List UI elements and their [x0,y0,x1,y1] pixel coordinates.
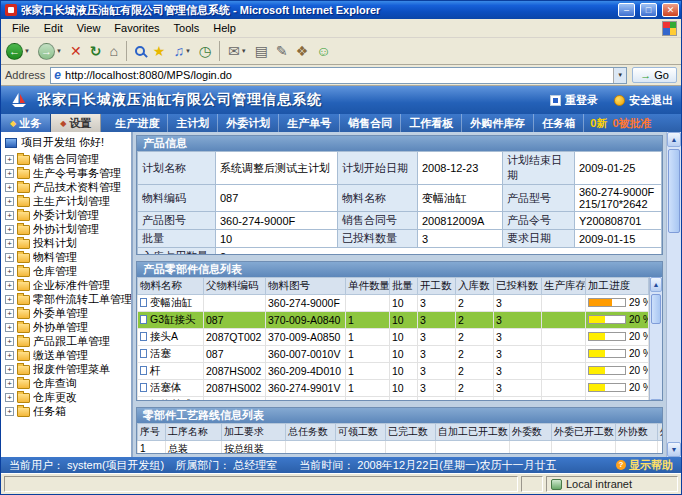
expand-icon[interactable]: + [5,281,14,290]
tree-item[interactable]: +主生产计划管理 [1,194,131,208]
tree-item[interactable]: +投料计划 [1,236,131,250]
tab-business[interactable]: ◆业务 [1,114,51,132]
show-help-link[interactable]: ? 显示帮助 [616,458,673,473]
expand-icon[interactable]: + [5,379,14,388]
parts-row[interactable]: 活塞087360-007-0010V11032320 % [138,345,649,362]
media-button[interactable]: ♫▼ [173,44,190,58]
route-column-header[interactable]: 工序名称 [166,423,222,440]
expand-icon[interactable]: + [5,365,14,374]
tree-item[interactable]: +仓库查询 [1,376,131,390]
nav-item-4[interactable]: 销售合同 [340,114,401,132]
nav-item-1[interactable]: 主计划 [168,114,218,132]
mail-button[interactable]: ✉▼ [228,44,247,58]
search-button[interactable] [135,46,145,56]
parts-row[interactable]: 接头A2087QT002370-009-A085011032320 % [138,328,649,345]
nav-item-0[interactable]: 生产进度 [107,114,168,132]
title-bar[interactable]: 张家口长城液压油缸有限公司管理信息系统 - Microsoft Internet… [1,1,681,19]
tree-item[interactable]: +外委单管理 [1,306,131,320]
stop-button[interactable]: ✕ [70,44,82,58]
tree-item[interactable]: +零部件流转工单管理 [1,292,131,306]
tree-item[interactable]: +缴送单管理 [1,348,131,362]
parts-scroll-down-icon[interactable]: ▼ [650,399,662,401]
expand-icon[interactable]: + [5,197,14,206]
expand-icon[interactable]: + [5,211,14,220]
nav-item-2[interactable]: 外委计划 [218,114,279,132]
parts-row[interactable]: 杆2087HS002360-209-4D01011032320 % [138,362,649,379]
relogin-button[interactable]: 重登录 [550,93,598,108]
main-scrollbar-thumb[interactable] [668,149,679,233]
history-button[interactable]: ◷ [199,44,211,58]
route-column-header[interactable]: 自加工已开工数 [436,423,510,440]
parts-column-header[interactable]: 生产库存 [542,277,586,294]
route-column-header[interactable]: 序号 [138,423,166,440]
expand-icon[interactable]: + [5,239,14,248]
parts-column-header[interactable]: 批量 [390,277,418,294]
refresh-button[interactable]: ↻ [90,44,102,58]
expand-icon[interactable]: + [5,267,14,276]
close-button[interactable]: ✕ [662,3,679,17]
tree-item[interactable]: +仓库更改 [1,390,131,404]
parts-column-header[interactable]: 单件数量 [346,277,390,294]
tree-item[interactable]: +外委计划管理 [1,208,131,222]
nav-item-6[interactable]: 外购件库存 [462,114,534,132]
new-tasks-count[interactable]: 0新 [590,116,607,131]
menu-item-tools[interactable]: Tools [167,20,207,36]
parts-column-header[interactable]: 已投料数 [494,277,542,294]
expand-icon[interactable]: + [5,253,14,262]
expand-icon[interactable]: + [5,295,14,304]
edit-button[interactable]: ✎ [276,44,288,58]
nav-item-3[interactable]: 生产单号 [279,114,340,132]
route-column-header[interactable]: 外委已开工数 [552,423,616,440]
parts-column-header[interactable]: 物料名称 [138,277,204,294]
route-column-header[interactable]: 加工要求 [222,423,286,440]
route-column-header[interactable]: 可领工数 [336,423,386,440]
address-dropdown-icon[interactable]: ▼ [613,68,626,83]
tree-item[interactable]: +企业标准件管理 [1,278,131,292]
expand-icon[interactable]: + [5,225,14,234]
route-column-header[interactable]: 已完工数 [386,423,436,440]
main-scroll-up-icon[interactable]: ▲ [667,132,681,147]
logout-button[interactable]: 安全退出 [614,93,673,108]
forward-button[interactable]: →▼ [38,43,62,60]
main-scroll-down-icon[interactable]: ▼ [667,442,681,457]
expand-icon[interactable]: + [5,337,14,346]
go-button[interactable]: → Go [632,67,677,83]
tree-item[interactable]: +生产令号事务管理 [1,166,131,180]
parts-column-header[interactable]: 物料图号 [266,277,346,294]
tree-item[interactable]: +物料管理 [1,250,131,264]
tab-settings[interactable]: ◆设置 [51,114,101,132]
home-button[interactable]: ⌂ [109,44,117,58]
parts-column-header[interactable]: 入库数 [456,277,494,294]
parts-scrollbar[interactable]: ▲ ▼ [649,277,662,401]
tree-item[interactable]: +外协计划管理 [1,222,131,236]
tree-item[interactable]: +销售合同管理 [1,152,131,166]
menu-item-favorites[interactable]: Favorites [107,20,166,36]
menu-item-view[interactable]: View [70,20,108,36]
expand-icon[interactable]: + [5,155,14,164]
parts-column-header[interactable]: 父物料编码 [204,277,266,294]
nav-item-7[interactable]: 任务箱 [534,114,584,132]
main-scrollbar[interactable]: ▲ ▼ [666,132,681,457]
minimize-button[interactable]: – [618,3,635,17]
route-column-header[interactable]: 外委数 [510,423,552,440]
approved-tasks-count[interactable]: 0被批准 [612,116,651,131]
expand-icon[interactable]: + [5,323,14,332]
menu-item-file[interactable]: File [5,20,37,36]
print-button[interactable]: ▤ [255,44,268,58]
expand-icon[interactable]: + [5,183,14,192]
route-row[interactable]: 1总装按总组装 [138,440,663,454]
discuss-button[interactable]: ❖ [296,44,309,58]
route-column-header[interactable]: 外协已 [658,423,663,440]
address-input[interactable]: e http://localhost:8080/MPS/login.do ▼ [50,67,627,84]
parts-column-header[interactable]: 开工数 [418,277,456,294]
tree-item[interactable]: +产品跟工单管理 [1,334,131,348]
expand-icon[interactable]: + [5,309,14,318]
messenger-button[interactable]: ☺ [316,44,330,58]
parts-scrollbar-thumb[interactable] [651,294,661,324]
expand-icon[interactable]: + [5,169,14,178]
expand-icon[interactable]: + [5,393,14,402]
parts-row[interactable]: 变幅油缸360-274-9000F1032329 % [138,294,649,311]
nav-item-5[interactable]: 工作看板 [401,114,462,132]
back-button[interactable]: ←▼ [6,43,30,60]
tree-item[interactable]: +任务箱 [1,404,131,418]
